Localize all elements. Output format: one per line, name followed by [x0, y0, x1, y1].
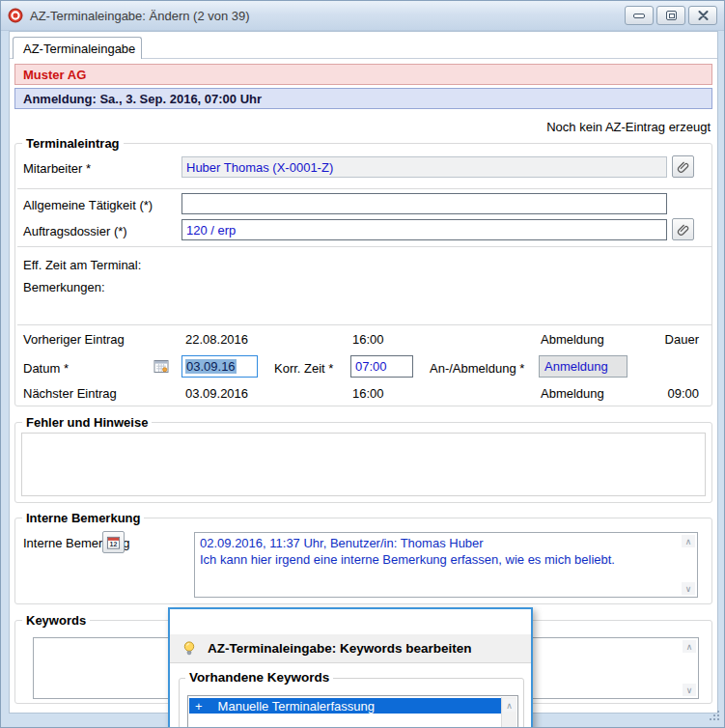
minimize-icon — [633, 14, 645, 18]
tab-label: AZ-Terminaleingabe — [23, 42, 135, 56]
keywords-popup: AZ-Terminaleingabe: Keywords bearbeiten … — [168, 607, 533, 728]
next-entry-type: Abmeldung — [541, 386, 604, 401]
calendar-12-icon: 12 — [106, 535, 121, 550]
insert-date-button[interactable]: 12 — [102, 531, 125, 553]
fehler-messages-box — [21, 433, 706, 496]
fehler-groupbox: Fehler und Hinweise — [14, 422, 712, 503]
popup-top-band — [170, 609, 531, 634]
scroll-up-arrow[interactable]: ∧ — [682, 535, 695, 547]
keywords-legend: Keywords — [22, 613, 90, 628]
an-abmeldung-value: Anmeldung — [544, 359, 608, 374]
auftragsdossier-input[interactable] — [181, 219, 667, 240]
vorhandene-keywords-legend: Vorhandene Keywords — [185, 670, 333, 685]
korr-zeit-label: Korr. Zeit * — [274, 361, 333, 376]
prev-entry-time: 16:00 — [352, 332, 384, 347]
paperclip-icon — [677, 160, 690, 174]
minimize-button[interactable] — [625, 6, 654, 25]
scroll-up-arrow[interactable]: ∧ — [683, 640, 696, 653]
svg-text:12: 12 — [110, 541, 118, 547]
interne-bemerkung-text: 02.09.2016, 11:37 Uhr, Benutzer/in: Thom… — [195, 533, 680, 597]
session-banner: Anmeldung: Sa., 3. Sep. 2016, 07:00 Uhr — [14, 88, 712, 109]
interne-bemerkung-textarea[interactable]: 02.09.2016, 11:37 Uhr, Benutzer/in: Thom… — [194, 532, 698, 598]
keyword-item-prefix: + — [195, 699, 203, 714]
taetigkeit-input[interactable] — [181, 193, 667, 214]
auftragsdossier-attach-button[interactable] — [672, 218, 694, 240]
interne-bemerkung-groupbox: Interne Bemerkung Interne Bemerkung 12 0… — [14, 518, 712, 604]
tab-az-terminaleingabe[interactable]: AZ-Terminaleingabe — [13, 37, 142, 59]
restore-icon — [666, 11, 677, 20]
fehler-legend: Fehler und Hinweise — [22, 415, 152, 430]
divider — [17, 246, 711, 247]
prev-entry-type: Abmeldung — [541, 332, 604, 347]
window-controls — [625, 6, 717, 25]
datum-input-value: 03.09.16 — [185, 359, 237, 374]
next-entry-label: Nächster Eintrag — [23, 386, 117, 401]
session-banner-text: Anmeldung: Sa., 3. Sep. 2016, 07:00 Uhr — [23, 92, 262, 106]
lightbulb-icon — [181, 640, 197, 657]
prev-entry-date: 22.08.2016 — [185, 332, 248, 347]
restore-button[interactable] — [656, 6, 685, 25]
company-banner-text: Muster AG — [23, 68, 86, 82]
divider — [17, 188, 711, 189]
popup-header: AZ-Terminaleingabe: Keywords bearbeiten — [170, 634, 531, 663]
paperclip-icon — [677, 223, 690, 237]
mitarbeiter-input[interactable] — [181, 156, 667, 178]
keywords-listbox[interactable]: + Manuelle Terminalerfassung ∧ — [187, 695, 518, 728]
terminaleintrag-legend: Terminaleintrag — [22, 136, 124, 151]
scroll-up-arrow[interactable]: ∧ — [503, 699, 516, 712]
popup-title: AZ-Terminaleingabe: Keywords bearbeiten — [208, 641, 472, 656]
dauer-header: Dauer — [624, 332, 699, 347]
prev-entry-label: Vorheriger Eintrag — [23, 332, 125, 347]
next-entry-time: 16:00 — [352, 386, 384, 401]
keyword-item-label: Manuelle Terminalerfassung — [218, 699, 375, 714]
listbox-scrollbar[interactable]: ∧ — [501, 697, 516, 728]
bemerkungen-label: Bemerkungen: — [23, 280, 105, 294]
divider — [17, 324, 711, 325]
company-banner: Muster AG — [14, 64, 712, 85]
terminaleintrag-groupbox: Terminaleintrag Mitarbeiter * Allgemeine… — [14, 143, 712, 406]
scroll-down-arrow[interactable]: ∨ — [683, 684, 696, 696]
auftragsdossier-label: Auftragsdossier (*) — [23, 224, 127, 238]
window-title: AZ-Terminaleingabe: Ändern (2 von 39) — [30, 9, 250, 23]
interne-bemerkung-legend: Interne Bemerkung — [22, 511, 144, 525]
mitarbeiter-attach-button[interactable] — [672, 155, 694, 178]
korr-zeit-input[interactable] — [350, 355, 413, 378]
keyword-list-item[interactable]: + Manuelle Terminalerfassung — [189, 698, 516, 714]
datum-label: Datum * — [23, 361, 69, 376]
calendar-picker-icon[interactable] — [153, 358, 169, 374]
an-abmeldung-select[interactable]: Anmeldung — [539, 355, 627, 378]
status-note: Noch kein AZ-Eintrag erzeugt — [546, 120, 711, 134]
close-button[interactable] — [688, 6, 717, 25]
next-entry-date: 03.09.2016 — [185, 386, 248, 401]
datum-input[interactable]: 03.09.16 — [181, 355, 258, 378]
scroll-down-arrow[interactable]: ∨ — [682, 582, 695, 595]
app-window: AZ-Terminaleingabe: Ändern (2 von 39) AZ… — [0, 0, 725, 728]
close-icon — [698, 11, 709, 20]
window-titlebar[interactable]: AZ-Terminaleingabe: Ändern (2 von 39) — [1, 1, 724, 31]
resize-grip[interactable] — [709, 710, 721, 722]
an-abmeldung-label: An-/Abmeldung * — [430, 361, 524, 376]
app-icon — [8, 8, 23, 23]
eff-zeit-label: Eff. Zeit am Terminal: — [23, 258, 141, 272]
next-entry-dauer: 09:00 — [624, 386, 699, 401]
vorhandene-keywords-groupbox: Vorhandene Keywords + Manuelle Terminale… — [179, 678, 524, 728]
mitarbeiter-label: Mitarbeiter * — [23, 161, 91, 176]
taetigkeit-label: Allgemeine Tätigkeit (*) — [23, 198, 153, 212]
